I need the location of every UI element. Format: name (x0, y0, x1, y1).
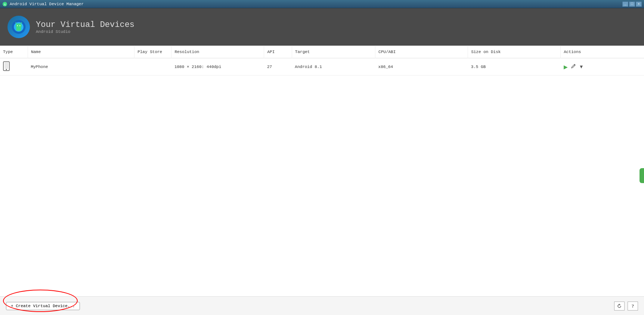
android-studio-logo-svg (11, 19, 26, 34)
col-header-type: Type (0, 46, 28, 58)
col-header-cpu: CPU/ABI (375, 46, 468, 58)
cell-playstore (134, 58, 171, 75)
cell-name: MyPhone (28, 58, 134, 75)
bottom-right-buttons: ? (614, 302, 638, 311)
table-row[interactable]: MyPhone 1080 × 2160: 440dpi 27 Android 8… (0, 58, 644, 75)
col-header-actions: Actions (561, 46, 644, 58)
main-content: Type Name Play Store Resolution API Targ… (0, 46, 644, 296)
col-header-size: Size on Disk (468, 46, 561, 58)
title-bar-controls: _ □ ✕ (622, 1, 642, 7)
phone-type-icon (3, 61, 10, 71)
device-table: Type Name Play Store Resolution API Targ… (0, 46, 644, 75)
svg-point-7 (17, 25, 18, 26)
cell-api: 27 (264, 58, 292, 75)
title-bar-text: A Android Virtual Device Manager (2, 1, 84, 7)
title-bar: A Android Virtual Device Manager _ □ ✕ (0, 0, 644, 8)
pencil-icon (571, 64, 576, 69)
android-icon: A (2, 1, 7, 7)
bottom-bar: + Create Virtual Device... ? (0, 296, 644, 315)
svg-point-12 (6, 69, 7, 70)
header-subtitle: Android Studio (36, 30, 134, 34)
cell-size: 3.5 GB (468, 58, 561, 75)
action-buttons-group: ▶ ▼ (564, 64, 641, 70)
svg-rect-11 (4, 62, 8, 69)
svg-rect-9 (16, 28, 21, 31)
app-logo (7, 16, 30, 38)
refresh-button[interactable] (614, 302, 625, 311)
cell-target: Android 8.1 (292, 58, 375, 75)
table-body: MyPhone 1080 × 2160: 440dpi 27 Android 8… (0, 58, 644, 75)
col-header-target: Target (292, 46, 375, 58)
close-button[interactable]: ✕ (636, 1, 642, 7)
col-header-name: Name (28, 46, 134, 58)
svg-point-8 (19, 25, 20, 26)
window-title: Android Virtual Device Manager (10, 2, 84, 6)
help-icon: ? (632, 303, 634, 309)
header-text-block: Your Virtual Devices Android Studio (36, 20, 134, 34)
cell-actions: ▶ ▼ (561, 58, 644, 75)
header-title: Your Virtual Devices (36, 20, 134, 30)
col-header-api: API (264, 46, 292, 58)
refresh-icon (617, 303, 622, 309)
table-header: Type Name Play Store Resolution API Targ… (0, 46, 644, 58)
create-virtual-device-button[interactable]: + Create Virtual Device... (6, 302, 80, 310)
col-header-resolution: Resolution (171, 46, 264, 58)
minimize-button[interactable]: _ (622, 1, 628, 7)
side-indicator (640, 168, 644, 183)
svg-text:A: A (4, 3, 6, 7)
app-header: Your Virtual Devices Android Studio (0, 8, 644, 46)
help-button[interactable]: ? (628, 302, 638, 311)
edit-device-button[interactable] (571, 64, 576, 70)
col-header-playstore: Play Store (134, 46, 171, 58)
maximize-button[interactable]: □ (629, 1, 635, 7)
more-actions-button[interactable]: ▼ (579, 64, 584, 70)
launch-emulator-button[interactable]: ▶ (564, 64, 568, 70)
cell-type (0, 58, 28, 75)
cell-cpu: x86_64 (375, 58, 468, 75)
cell-resolution: 1080 × 2160: 440dpi (171, 58, 264, 75)
